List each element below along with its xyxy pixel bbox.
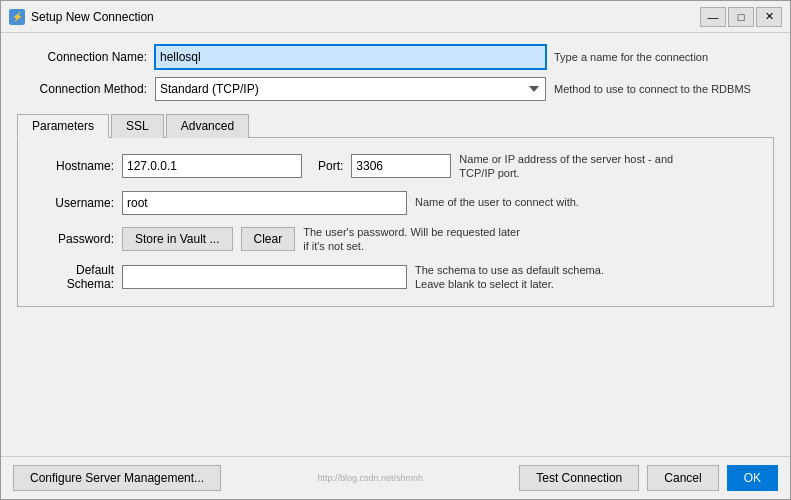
password-label: Password: (34, 232, 114, 246)
setup-connection-window: ⚡ Setup New Connection — □ ✕ Connection … (0, 0, 791, 500)
minimize-button[interactable]: — (700, 7, 726, 27)
clear-password-button[interactable]: Clear (241, 227, 296, 251)
connection-name-hint: Type a name for the connection (554, 50, 774, 64)
title-bar: ⚡ Setup New Connection — □ ✕ (1, 1, 790, 33)
hostname-input[interactable] (122, 154, 302, 178)
hostname-label: Hostname: (34, 159, 114, 173)
connection-name-row: Connection Name: Type a name for the con… (17, 45, 774, 69)
default-schema-label: Default Schema: (34, 263, 114, 291)
window-controls: — □ ✕ (700, 7, 782, 27)
tab-parameters-content: Hostname: Port: Name or IP address of th… (17, 138, 774, 307)
hostname-row: Hostname: Port: Name or IP address of th… (34, 152, 757, 181)
configure-server-button[interactable]: Configure Server Management... (13, 465, 221, 491)
main-content: Connection Name: Type a name for the con… (1, 33, 790, 456)
port-input[interactable] (351, 154, 451, 178)
username-row: Username: Name of the user to connect wi… (34, 191, 757, 215)
default-schema-input[interactable] (122, 265, 407, 289)
tab-ssl[interactable]: SSL (111, 114, 164, 138)
title-bar-left: ⚡ Setup New Connection (9, 9, 154, 25)
close-button[interactable]: ✕ (756, 7, 782, 27)
connection-name-input[interactable] (155, 45, 546, 69)
maximize-button[interactable]: □ (728, 7, 754, 27)
password-row: Password: Store in Vault ... Clear The u… (34, 225, 757, 254)
window-title: Setup New Connection (31, 10, 154, 24)
watermark-text: http://blog.csdn.net/shmnh (317, 473, 423, 483)
connection-method-label: Connection Method: (17, 82, 147, 96)
tabs-bar: Parameters SSL Advanced (17, 113, 774, 138)
port-label: Port: (318, 159, 343, 173)
ok-button[interactable]: OK (727, 465, 778, 491)
username-label: Username: (34, 196, 114, 210)
connection-method-hint: Method to use to connect to the RDBMS (554, 82, 774, 96)
connection-method-select[interactable]: Standard (TCP/IP) Standard (TCP/IP) with… (155, 77, 546, 101)
username-hint: Name of the user to connect with. (415, 195, 635, 209)
tabs-container: Parameters SSL Advanced Hostname: Port: … (17, 113, 774, 307)
bottom-bar: Configure Server Management... http://bl… (1, 456, 790, 499)
bottom-left: Configure Server Management... (13, 465, 221, 491)
username-input[interactable] (122, 191, 407, 215)
default-schema-row: Default Schema: The schema to use as def… (34, 263, 757, 292)
connection-name-label: Connection Name: (17, 50, 147, 64)
password-hint: The user's password. Will be requested l… (303, 225, 523, 254)
tab-parameters[interactable]: Parameters (17, 114, 109, 138)
connection-method-row: Connection Method: Standard (TCP/IP) Sta… (17, 77, 774, 101)
cancel-button[interactable]: Cancel (647, 465, 718, 491)
default-schema-hint: The schema to use as default schema. Lea… (415, 263, 635, 292)
app-icon: ⚡ (9, 9, 25, 25)
bottom-right: Test Connection Cancel OK (519, 465, 778, 491)
hostname-hint: Name or IP address of the server host - … (459, 152, 679, 181)
store-in-vault-button[interactable]: Store in Vault ... (122, 227, 233, 251)
test-connection-button[interactable]: Test Connection (519, 465, 639, 491)
tab-advanced[interactable]: Advanced (166, 114, 249, 138)
